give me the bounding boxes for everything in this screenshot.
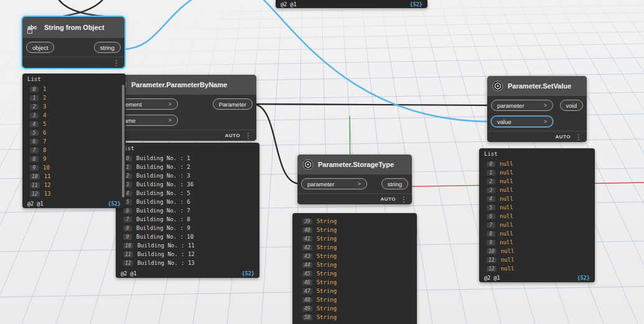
- list-item: 46String: [292, 278, 417, 287]
- node-header[interactable]: Parameter.ParameterByName: [111, 75, 256, 95]
- levels-label[interactable]: @2 @1: [484, 275, 500, 281]
- list-index: 6: [123, 208, 132, 214]
- node-header[interactable]: abc String from Object: [22, 17, 124, 38]
- list-index: 5: [30, 130, 39, 136]
- wire-parameter-to-setvalue[interactable]: [253, 104, 490, 105]
- list-index: 4: [30, 122, 39, 127]
- list-value: String: [317, 218, 337, 224]
- list-index: 49: [302, 306, 312, 312]
- list-value: 11: [44, 173, 51, 179]
- list-value: null: [501, 248, 515, 254]
- dynamo-canvas[interactable]: { "colors": { "selection_cyan": "#63bce8…: [0, 0, 644, 324]
- port-parameter-out[interactable]: Parameter: [213, 98, 253, 110]
- wire-selected-string-up[interactable]: [122, 0, 200, 49]
- count-badge: {52}: [410, 1, 422, 7]
- node-title: Parameter.SetValue: [508, 82, 571, 90]
- list-item: 6Building No. : 7: [116, 206, 259, 215]
- preview-bubble-buildings[interactable]: List 0Building No. : 11Building No. : 22…: [116, 143, 259, 278]
- list-header: List: [22, 74, 126, 85]
- list-value: null: [500, 204, 513, 211]
- list-item: 910: [22, 163, 126, 172]
- node-menu-icon[interactable]: ⋮: [400, 196, 408, 203]
- node-parameter-by-name[interactable]: Parameter.ParameterByName element> name>…: [111, 75, 256, 141]
- preview-bubble-nulls[interactable]: List 0null1null2null3null4null5null6null…: [479, 148, 595, 282]
- list-value: 4: [43, 112, 46, 118]
- list-value: Building No. : 9: [136, 225, 190, 231]
- list-value: String: [317, 244, 337, 250]
- wire-parameter-to-storagetype[interactable]: [253, 104, 300, 184]
- preview-bubble-storagetype[interactable]: 39String40String41String42String43String…: [292, 213, 417, 324]
- list-item: 50String: [292, 313, 417, 322]
- port-value[interactable]: value>: [491, 116, 553, 127]
- list-item: 1213: [22, 189, 126, 198]
- list-value: 3: [43, 103, 46, 110]
- node-menu-icon[interactable]: ⋮: [575, 133, 582, 141]
- node-title: Parameter.StorageType: [318, 161, 394, 168]
- preview-bubble-partial-top[interactable]: @2 @1 {52}: [276, 0, 427, 8]
- levels-label[interactable]: @2 @1: [281, 1, 297, 7]
- lacing-label: AUTO: [555, 134, 571, 140]
- chevron-icon: >: [544, 102, 547, 108]
- port-string-out[interactable]: string: [381, 178, 408, 189]
- list-value: Building No. : 10: [136, 234, 194, 240]
- list-index: 50: [302, 315, 312, 320]
- list-value: null: [501, 265, 515, 272]
- node-storage-type[interactable]: Parameter.StorageType parameter> string …: [297, 155, 412, 204]
- list-item: 9Building No. : 10: [116, 232, 259, 241]
- list-value: Building No. : 1: [136, 155, 190, 161]
- list-index: 10: [30, 174, 40, 179]
- list-item: 45: [22, 120, 126, 128]
- list-index: 12: [123, 260, 133, 266]
- list-value: null: [500, 161, 513, 167]
- node-header[interactable]: Parameter.SetValue: [487, 76, 587, 96]
- list-item: 43String: [292, 252, 417, 260]
- node-menu-icon[interactable]: ⋮: [245, 132, 252, 140]
- abc-icon: abc: [27, 24, 40, 31]
- list-value: 9: [43, 156, 46, 162]
- list-value: Building No. : 6: [136, 199, 190, 205]
- list-value: 13: [44, 191, 51, 197]
- list-header: List: [116, 143, 259, 154]
- wire[interactable]: [50, 0, 105, 19]
- package-icon: [492, 80, 503, 92]
- port-parameter[interactable]: parameter>: [301, 178, 367, 189]
- grid-line: [616, 0, 644, 324]
- preview-bubble-numbers[interactable]: List 01122334455667788991010111112121313…: [22, 74, 126, 208]
- node-header[interactable]: Parameter.StorageType: [297, 155, 412, 174]
- levels-label[interactable]: @2 @1: [121, 270, 137, 277]
- list-value: Building No. : 5: [136, 190, 190, 196]
- list-item: 12null: [479, 264, 595, 273]
- scrollbar[interactable]: [122, 85, 124, 198]
- list-item: 3null: [479, 186, 595, 194]
- list-index: 7: [30, 148, 39, 153]
- list-index: 10: [123, 243, 133, 249]
- list-index: 7: [123, 217, 132, 222]
- port-object[interactable]: object: [26, 42, 54, 53]
- list-value: 5: [43, 121, 46, 127]
- wire-selected-to-value[interactable]: [256, 0, 490, 122]
- port-void-out[interactable]: void: [560, 100, 583, 111]
- list-index: 47: [302, 288, 312, 294]
- list-value: null: [500, 213, 513, 219]
- grid-line: [0, 0, 7, 324]
- list-item: 34: [22, 111, 126, 120]
- list-value: String: [317, 262, 337, 268]
- port-string-out[interactable]: string: [94, 42, 121, 53]
- list-item: 48String: [292, 295, 417, 304]
- list-item: 1011: [22, 172, 126, 181]
- list-item: 2null: [479, 177, 595, 186]
- list-index: 9: [487, 240, 495, 245]
- levels-label[interactable]: @2 @1: [27, 201, 44, 207]
- list-item: 12: [22, 93, 126, 102]
- node-string-from-object[interactable]: abc String from Object object string ⋮: [22, 17, 124, 68]
- list-value: null: [500, 169, 513, 176]
- lacing-label: AUTO: [225, 133, 240, 138]
- list-index: 1: [487, 170, 495, 176]
- node-menu-icon[interactable]: ⋮: [113, 59, 120, 67]
- port-parameter[interactable]: parameter>: [491, 100, 553, 111]
- list-index: 46: [302, 280, 312, 285]
- list-index: 2: [30, 104, 39, 110]
- wire[interactable]: [57, 0, 116, 17]
- list-item: 5Building No. : 6: [116, 198, 259, 206]
- node-set-value[interactable]: Parameter.SetValue parameter> value> voi…: [487, 76, 587, 142]
